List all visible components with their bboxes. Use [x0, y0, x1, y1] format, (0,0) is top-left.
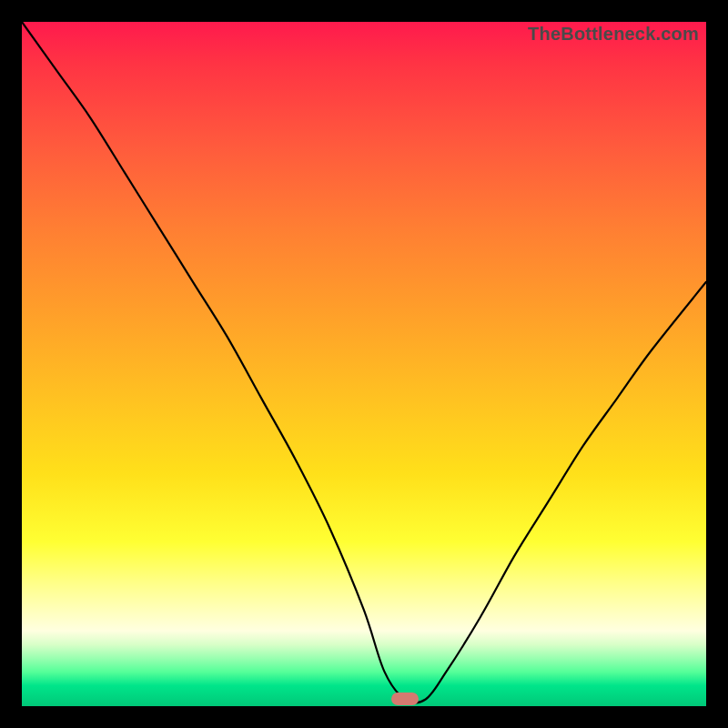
minimum-marker [391, 693, 419, 705]
bottleneck-curve [22, 22, 706, 706]
chart-frame: TheBottleneck.com [0, 0, 728, 728]
plot-area: TheBottleneck.com [22, 22, 706, 706]
